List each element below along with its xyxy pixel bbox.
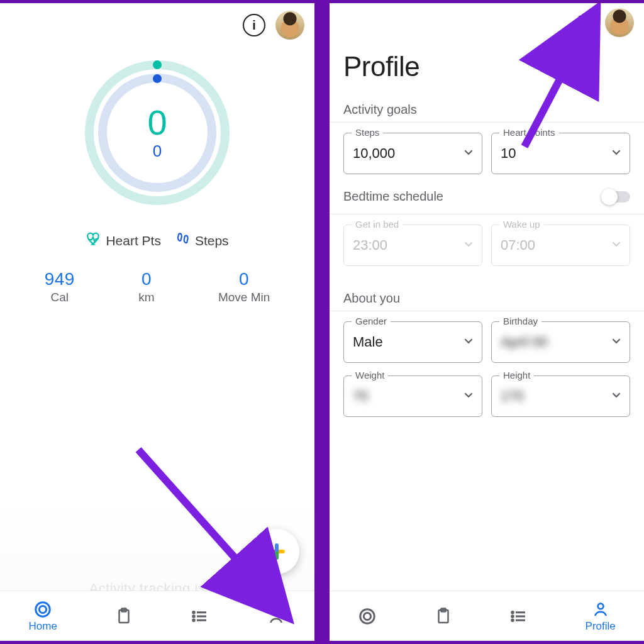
stats-row: 949 Cal 0 km 0 Move Min (0, 269, 314, 304)
chevron-down-icon (464, 391, 473, 402)
nav-home[interactable]: Home (29, 600, 57, 633)
profile-topbar (330, 3, 644, 42)
add-activity-fab[interactable] (254, 529, 299, 574)
heart-icon (86, 231, 102, 250)
birthday-value: April 00 (501, 334, 612, 350)
list-icon (509, 607, 528, 626)
weight-field[interactable]: Weight 70 (343, 375, 482, 417)
legend-steps: Steps (175, 231, 229, 250)
ring-legend: Heart Pts Steps (0, 231, 314, 250)
gender-value: Male (353, 334, 464, 350)
steps-field[interactable]: Steps 10,000 (343, 133, 482, 174)
profile-icon (591, 600, 610, 619)
info-icon[interactable]: i (243, 14, 265, 36)
gender-field[interactable]: Gender Male (343, 321, 482, 363)
stat-cal-label: Cal (45, 291, 75, 304)
svg-point-22 (512, 619, 514, 621)
height-field[interactable]: Height 170 (491, 375, 630, 417)
svg-point-0 (36, 602, 50, 616)
chevron-down-icon (464, 240, 473, 251)
steps-value: 0 (147, 142, 167, 161)
svg-point-21 (512, 615, 514, 617)
stat-km-value: 0 (138, 269, 154, 289)
chevron-down-icon (612, 148, 621, 159)
svg-point-10 (274, 610, 279, 616)
clipboard-icon (434, 607, 453, 626)
heart-points-field[interactable]: Heart Points 10 (491, 133, 630, 174)
get-in-bed-value: 23:00 (353, 237, 464, 253)
wake-up-legend: Wake up (499, 219, 544, 230)
legend-steps-label: Steps (195, 233, 229, 248)
chevron-down-icon (612, 336, 621, 348)
gear-icon[interactable] (576, 13, 595, 32)
home-screen: i 0 0 Heart Pts (0, 0, 318, 644)
clipboard-icon (114, 607, 133, 626)
weight-value: 70 (353, 388, 464, 404)
bottom-nav: Profile (330, 591, 644, 641)
stat-cal-value: 949 (45, 269, 75, 289)
profile-icon (267, 607, 286, 626)
steps-legend: Steps (352, 127, 383, 138)
ring-center-values: 0 0 (147, 105, 167, 161)
legend-heart-pts: Heart Pts (86, 231, 161, 250)
steps-value: 10,000 (353, 145, 464, 162)
wake-up-value: 07:00 (501, 237, 612, 253)
svg-point-12 (583, 20, 588, 25)
wake-up-field: Wake up 07:00 (491, 225, 630, 266)
stat-cal[interactable]: 949 Cal (45, 269, 75, 304)
list-icon (191, 607, 209, 626)
get-in-bed-legend: Get in bed (352, 219, 402, 230)
heart-points-value: 10 (501, 145, 612, 162)
page-title: Profile (330, 42, 644, 95)
bottom-nav: Home (0, 591, 314, 641)
svg-point-20 (512, 611, 514, 613)
bedtime-fields: Get in bed 23:00 Wake up 07:00 (330, 214, 644, 271)
activity-goals-label: Activity goals (330, 95, 644, 122)
home-topbar: i (0, 3, 314, 47)
nav-browse[interactable] (509, 607, 528, 626)
avatar[interactable] (275, 11, 304, 40)
nav-profile-label: Profile (586, 620, 616, 633)
birthday-field[interactable]: Birthday April 00 (491, 321, 630, 363)
nav-journal[interactable] (434, 607, 453, 626)
svg-point-13 (360, 609, 375, 623)
footsteps-icon (175, 231, 191, 250)
activity-goals-fields: Steps 10,000 Heart Points 10 (330, 123, 644, 179)
legend-heart-label: Heart Pts (106, 233, 161, 248)
nav-profile[interactable] (267, 607, 286, 626)
plus-icon (269, 543, 285, 560)
about-you-row2: Weight 70 Height 170 (330, 368, 644, 422)
weight-legend: Weight (352, 370, 388, 380)
svg-point-14 (364, 613, 371, 619)
stat-move[interactable]: 0 Move Min (218, 269, 270, 304)
svg-point-23 (597, 603, 603, 609)
svg-point-8 (193, 615, 195, 617)
heart-points-value: 0 (147, 105, 167, 140)
stat-move-value: 0 (218, 269, 270, 289)
heart-points-marker (153, 60, 162, 69)
stat-km[interactable]: 0 km (138, 269, 154, 304)
nav-browse[interactable] (191, 607, 209, 626)
get-in-bed-field: Get in bed 23:00 (343, 225, 482, 266)
nav-home-label: Home (29, 620, 57, 633)
height-legend: Height (499, 370, 534, 380)
bedtime-schedule-row: Bedtime schedule (330, 179, 644, 214)
svg-point-9 (193, 619, 195, 621)
home-ring-icon (33, 600, 52, 619)
steps-marker (153, 74, 162, 83)
avatar[interactable] (605, 8, 634, 37)
chevron-down-icon (612, 391, 621, 402)
chevron-down-icon (612, 240, 621, 251)
nav-profile[interactable]: Profile (586, 600, 616, 633)
gender-legend: Gender (352, 316, 391, 326)
activity-rings[interactable]: 0 0 (0, 51, 314, 214)
bedtime-label: Bedtime schedule (343, 189, 443, 204)
profile-screen: Profile Activity goals Steps 10,000 Hear… (326, 0, 644, 644)
stat-km-label: km (138, 291, 154, 304)
home-ring-icon (358, 607, 377, 626)
bedtime-toggle[interactable] (602, 191, 630, 203)
nav-home[interactable] (358, 607, 377, 626)
heart-points-legend: Heart Points (499, 127, 559, 138)
nav-journal[interactable] (114, 607, 133, 626)
svg-point-7 (193, 611, 195, 613)
